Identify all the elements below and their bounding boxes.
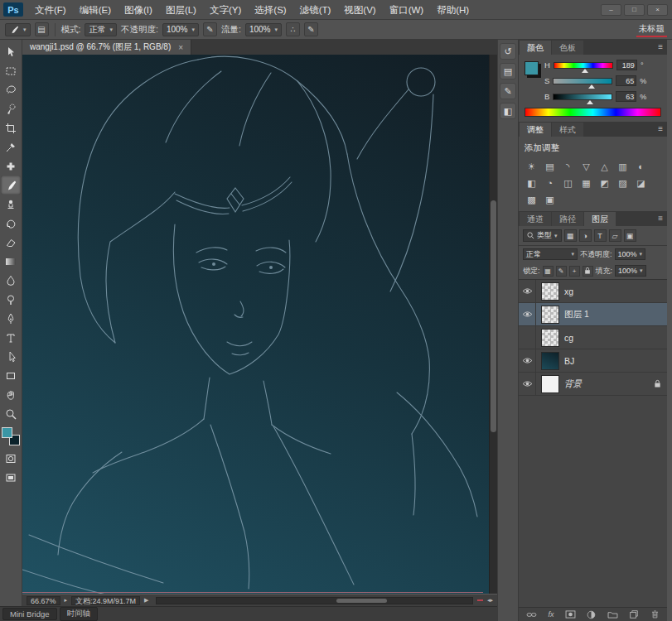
smart-object-filter-icon[interactable]: ▣: [624, 229, 636, 242]
scroll-arrows-icon[interactable]: ◂▸: [487, 597, 493, 604]
path-selection-tool[interactable]: [1, 347, 21, 366]
mini-bridge-tab[interactable]: Mini Bridge: [2, 608, 57, 620]
close-document-icon[interactable]: ×: [178, 43, 183, 52]
tab-adjustments[interactable]: 调整: [520, 123, 551, 137]
visibility-toggle[interactable]: [519, 373, 536, 395]
threshold-icon[interactable]: ◪: [634, 176, 648, 190]
hue-slider-thumb[interactable]: [582, 69, 588, 73]
channel-mixer-icon[interactable]: ◫: [561, 176, 575, 190]
eraser-tool[interactable]: [1, 233, 21, 252]
layer-style-icon[interactable]: fx: [548, 610, 554, 619]
fill-select[interactable]: 100% ▾: [615, 265, 646, 277]
lock-pixels-icon[interactable]: ✎: [556, 266, 567, 277]
pixel-filter-icon[interactable]: ▦: [564, 229, 577, 242]
layer-row-xg[interactable]: xg: [519, 280, 667, 303]
quick-mask-button[interactable]: [1, 449, 21, 468]
close-button[interactable]: ×: [647, 4, 668, 16]
color-spectrum-bar[interactable]: [525, 108, 661, 117]
shape-filter-icon[interactable]: ▱: [609, 229, 621, 242]
saturation-slider-thumb[interactable]: [588, 84, 595, 89]
layer-thumbnail[interactable]: [541, 282, 559, 301]
layer-row-bj[interactable]: BJ: [519, 349, 667, 373]
tool-preset-picker[interactable]: ▾: [5, 23, 31, 36]
tab-paths[interactable]: 路径: [552, 212, 583, 226]
menu-view[interactable]: 视图(V): [337, 0, 382, 20]
menu-help[interactable]: 帮助(H): [430, 0, 476, 20]
document-tab[interactable]: wangji1.psd @ 66.7% (图层 1, RGB/8) ×: [22, 40, 191, 55]
brightness-slider-thumb[interactable]: [587, 100, 593, 104]
timeline-tab[interactable]: 时间轴: [60, 607, 99, 621]
tab-styles[interactable]: 样式: [552, 123, 583, 137]
new-layer-icon[interactable]: [629, 609, 639, 619]
zoom-tool[interactable]: [1, 404, 21, 423]
layer-thumbnail[interactable]: [541, 375, 559, 393]
layer-thumbnail[interactable]: [541, 306, 559, 324]
foreground-color-swatch[interactable]: [2, 427, 12, 438]
brush-tool[interactable]: [1, 176, 21, 195]
mode-select[interactable]: 正常 ▾: [85, 23, 117, 36]
new-group-icon[interactable]: [607, 610, 618, 619]
brightness-contrast-icon[interactable]: ☀: [525, 160, 539, 173]
selective-color-icon[interactable]: ▣: [543, 193, 557, 206]
posterize-icon[interactable]: ▨: [616, 176, 630, 190]
gradient-map-icon[interactable]: ▩: [525, 193, 539, 206]
layer-mask-icon[interactable]: [565, 610, 576, 619]
visibility-toggle[interactable]: [519, 303, 536, 325]
status-menu-icon[interactable]: ▶: [144, 597, 148, 604]
vertical-scrollbar[interactable]: [489, 55, 497, 594]
pressure-size-icon[interactable]: ✎: [304, 22, 318, 36]
horizontal-scrollbar[interactable]: [156, 597, 473, 604]
crop-tool[interactable]: [1, 118, 21, 137]
lasso-tool[interactable]: [1, 80, 21, 99]
color-balance-icon[interactable]: ◐: [634, 160, 648, 173]
horizontal-scrollbar-thumb[interactable]: [336, 599, 387, 603]
layer-name[interactable]: 背景: [564, 378, 582, 390]
tab-channels[interactable]: 通道: [520, 212, 551, 226]
tab-layers[interactable]: 图层: [584, 212, 616, 226]
menu-file[interactable]: 文件(F): [28, 0, 73, 20]
menu-filter[interactable]: 滤镜(T): [293, 0, 338, 20]
hue-slider[interactable]: [554, 62, 613, 69]
lock-all-icon[interactable]: [583, 266, 593, 277]
layer-row-cg[interactable]: cg: [519, 326, 667, 349]
hand-tool[interactable]: [1, 385, 21, 404]
menu-layer[interactable]: 图层(L): [159, 0, 203, 20]
current-color-swatch[interactable]: [525, 61, 539, 75]
panel-menu-icon[interactable]: ≡: [658, 42, 663, 51]
menu-image[interactable]: 图像(I): [118, 0, 159, 20]
panel-menu-icon[interactable]: ≡: [658, 124, 663, 133]
pressure-opacity-icon[interactable]: ✎: [203, 22, 217, 36]
delete-layer-icon[interactable]: [650, 609, 660, 619]
move-tool[interactable]: [1, 42, 21, 61]
history-panel-icon[interactable]: ↺: [500, 43, 516, 60]
spot-healing-brush-tool[interactable]: [1, 156, 21, 176]
photo-filter-icon[interactable]: ◔: [543, 176, 557, 190]
invert-icon[interactable]: ◩: [597, 176, 612, 190]
screen-mode-button[interactable]: [1, 468, 21, 487]
properties-panel-icon[interactable]: ▤: [500, 63, 516, 79]
layer-name[interactable]: xg: [564, 286, 573, 296]
minimize-button[interactable]: –: [601, 4, 621, 16]
type-filter-icon[interactable]: T: [594, 229, 607, 242]
tab-swatches[interactable]: 色板: [552, 41, 583, 55]
blend-mode-select[interactable]: 正常 ▾: [523, 248, 578, 260]
curves-icon[interactable]: ◝: [561, 160, 575, 173]
panel-menu-icon[interactable]: ≡: [658, 214, 663, 223]
lock-transparency-icon[interactable]: ▦: [543, 266, 554, 277]
exposure-icon[interactable]: ▽: [579, 160, 593, 173]
brightness-value[interactable]: 63: [616, 91, 636, 102]
filter-kind-select[interactable]: 类型 ▾: [523, 229, 562, 242]
menu-window[interactable]: 窗口(W): [383, 0, 431, 20]
canvas[interactable]: [22, 55, 497, 594]
visibility-toggle[interactable]: [519, 349, 536, 372]
zoom-level[interactable]: 66.67%: [27, 596, 60, 605]
color-lookup-icon[interactable]: ▦: [579, 176, 593, 190]
history-brush-tool[interactable]: [1, 214, 21, 233]
type-tool[interactable]: [1, 328, 21, 347]
visibility-toggle[interactable]: [519, 326, 536, 349]
vertical-scrollbar-thumb[interactable]: [491, 200, 496, 432]
eyedropper-tool[interactable]: [1, 137, 21, 156]
brush-presets-panel-icon[interactable]: ✎: [500, 83, 516, 99]
opacity-select[interactable]: 100% ▾: [162, 23, 199, 36]
layer-name[interactable]: 图层 1: [564, 309, 589, 320]
